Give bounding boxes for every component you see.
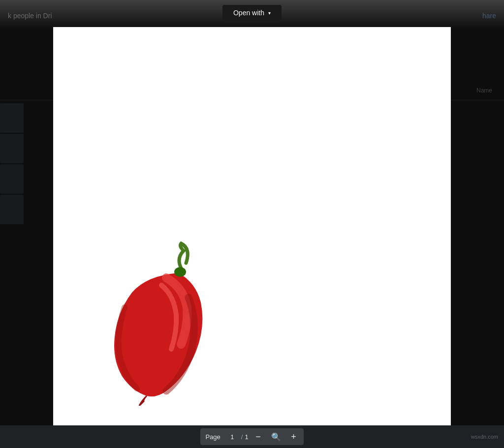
chili-illustration [58,234,245,411]
zoom-in-icon: + [291,432,296,442]
page-navigation: Page / 1 − 🔍 + [200,428,303,445]
zoom-fit-button[interactable]: 🔍 [268,429,284,445]
page-label: Page [202,433,223,441]
svg-point-0 [174,267,186,277]
chevron-down-icon: ▾ [268,10,271,16]
page-separator: / [241,433,243,441]
preview-page [53,27,451,425]
footer-site-text: wsxdn.com [471,425,498,448]
zoom-out-icon: − [255,432,261,442]
bottom-bar: Page / 1 − 🔍 + wsxdn.com [0,425,504,448]
page-total: 1 [245,433,248,441]
open-with-label: Open with [233,9,264,17]
zoom-out-button[interactable]: − [251,429,266,445]
zoom-in-button[interactable]: + [286,429,302,445]
open-with-button[interactable]: Open with ▾ [222,5,282,21]
chili-svg [73,239,230,406]
zoom-search-icon: 🔍 [271,432,281,442]
page-number-input[interactable] [225,433,239,441]
